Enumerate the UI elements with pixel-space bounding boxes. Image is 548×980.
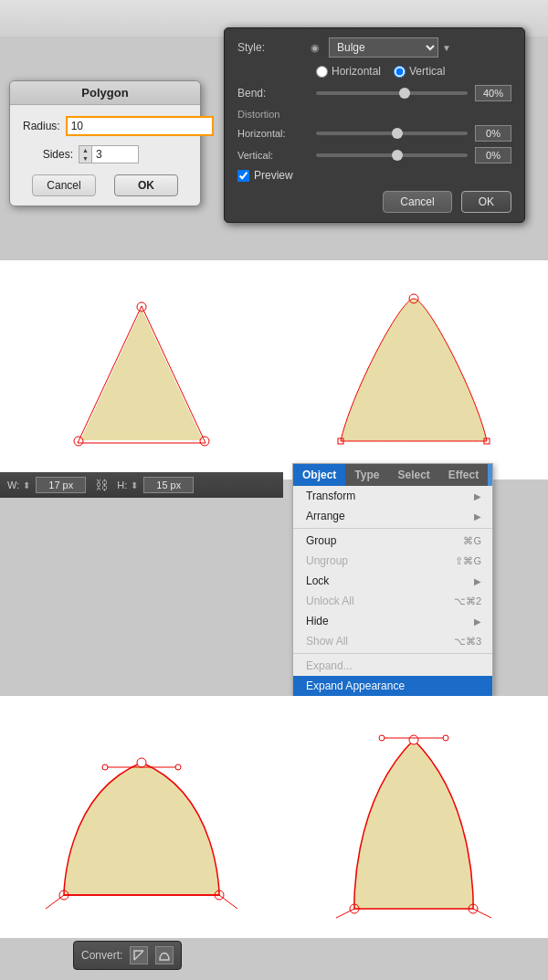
menu-expand: Expand... [293, 656, 492, 676]
bottom-left-svg [37, 712, 247, 922]
style-dropdown-arrow: ▼ [442, 43, 451, 53]
vertical-radio[interactable]: Vertical [394, 65, 445, 78]
ungroup-shortcut: ⇧⌘G [455, 555, 481, 567]
h-dist-slider[interactable] [316, 132, 468, 135]
bend-label: Bend: [237, 87, 311, 100]
height-group: H: ⬍ [117, 477, 194, 493]
divider-2 [293, 653, 492, 654]
polygon-cancel-button[interactable]: Cancel [32, 174, 96, 196]
right-triangle-canvas [279, 260, 548, 479]
polygon-dialog-title: Polygon [10, 81, 200, 105]
menu-object[interactable]: Object [293, 464, 345, 486]
warp-dialog: Style: ◉ Bulge ▼ Horizontal Vertical [224, 27, 525, 223]
sides-decrement[interactable]: ▼ [79, 154, 91, 163]
dome-top-handle [137, 758, 146, 767]
unlock-shortcut: ⌥⌘2 [454, 595, 481, 607]
menu-header: Object Type Select Effect [293, 464, 492, 486]
v-dist-thumb[interactable] [392, 150, 403, 161]
arch-ext-bl [336, 909, 354, 918]
distortion-label: Distortion [237, 109, 511, 120]
bottom-right-svg [318, 712, 510, 922]
h-label: H: [117, 479, 127, 490]
warped-fill [341, 299, 487, 441]
polygon-dialog: Polygon Radius: Sides: ▲ ▼ 3 Cancel OK [9, 80, 201, 206]
menu-select[interactable]: Select [388, 464, 438, 486]
radius-label: Radius: [23, 120, 60, 132]
ext-bl [46, 895, 64, 909]
menu-hide[interactable]: Hide ▶ [293, 611, 492, 631]
lock-arrow: ▶ [474, 576, 481, 586]
height-input[interactable] [143, 477, 194, 493]
warp-ok-button[interactable]: OK [461, 191, 511, 213]
bend-slider-thumb[interactable] [399, 88, 410, 99]
ctrl-left [102, 764, 108, 770]
menu-type[interactable]: Type [345, 464, 388, 486]
style-label: Style: [237, 41, 311, 54]
v-dist-label: Vertical: [237, 150, 311, 161]
w-label: W: [7, 479, 19, 490]
horizontal-radio[interactable]: Horizontal [316, 65, 381, 78]
convert-label: Convert: [81, 949, 122, 962]
style-select[interactable]: Bulge [329, 37, 438, 58]
toolbar-bar: W: ⬍ ⛓ H: ⬍ [0, 472, 283, 498]
menu-arrange[interactable]: Arrange ▶ [293, 506, 492, 526]
left-triangle-svg [50, 283, 233, 457]
tall-arch-fill [353, 740, 472, 909]
width-group: W: ⬍ [7, 477, 86, 493]
svg-line-0 [134, 951, 143, 960]
bend-slider[interactable] [316, 91, 468, 95]
menu-show-all: Show All ⌥⌘3 [293, 631, 492, 651]
preview-label: Preview [254, 169, 293, 182]
bottom-left-canvas [0, 696, 283, 938]
v-dist-slider[interactable] [316, 153, 468, 157]
h-dist-label: Horizontal: [237, 128, 311, 139]
transform-arrow: ▶ [474, 491, 481, 501]
hide-arrow: ▶ [474, 616, 481, 627]
bulge-icon: ◉ [311, 42, 320, 54]
menu-unlock-all: Unlock All ⌥⌘2 [293, 591, 492, 611]
h-spinner-icon: ⬍ [131, 480, 138, 490]
menu-ungroup: Ungroup ⇧⌘G [293, 551, 492, 571]
polygon-ok-button[interactable]: OK [114, 174, 178, 196]
arrange-arrow: ▶ [474, 511, 481, 522]
right-triangle-svg [318, 279, 510, 461]
ctrl-right [175, 764, 181, 770]
link-icon[interactable]: ⛓ [95, 478, 108, 492]
h-dist-value: 0% [475, 125, 511, 142]
group-shortcut: ⌘G [463, 535, 481, 547]
left-triangle-canvas [0, 260, 283, 479]
divider-1 [293, 528, 492, 529]
dome-fill [64, 763, 219, 895]
arch-ext-br [473, 909, 491, 918]
radius-input[interactable] [66, 116, 214, 136]
sides-label: Sides: [23, 148, 73, 161]
warp-cancel-button[interactable]: Cancel [383, 191, 451, 213]
ext-br [219, 895, 237, 909]
convert-toolbar: Convert: [73, 941, 182, 970]
sides-spinner: ▲ ▼ 3 [79, 145, 139, 163]
menu-expand-appearance[interactable]: Expand Appearance [293, 676, 492, 696]
sides-increment[interactable]: ▲ [79, 146, 91, 154]
convert-icon-2[interactable] [155, 946, 174, 964]
menu-lock[interactable]: Lock ▶ [293, 571, 492, 591]
arch-ctrl-r [443, 735, 448, 741]
sides-value: 3 [92, 146, 138, 163]
triangle-fill [80, 309, 203, 440]
width-input[interactable] [36, 477, 86, 493]
bottom-right-canvas [279, 696, 548, 938]
v-dist-value: 0% [475, 147, 511, 163]
show-shortcut: ⌥⌘3 [454, 636, 481, 648]
h-dist-thumb[interactable] [392, 128, 403, 139]
menu-transform[interactable]: Transform ▶ [293, 486, 492, 506]
bend-value: 40% [475, 85, 511, 101]
menu-group[interactable]: Group ⌘G [293, 531, 492, 551]
arch-ctrl-l [379, 735, 385, 741]
arch-top-handle [409, 735, 418, 744]
context-menu: Object Type Select Effect Transform ▶ Ar… [292, 463, 493, 697]
w-spinner-icon: ⬍ [23, 480, 30, 490]
preview-checkbox[interactable] [237, 170, 249, 182]
convert-icon-1[interactable] [130, 946, 148, 964]
menu-effect[interactable]: Effect [439, 464, 488, 486]
